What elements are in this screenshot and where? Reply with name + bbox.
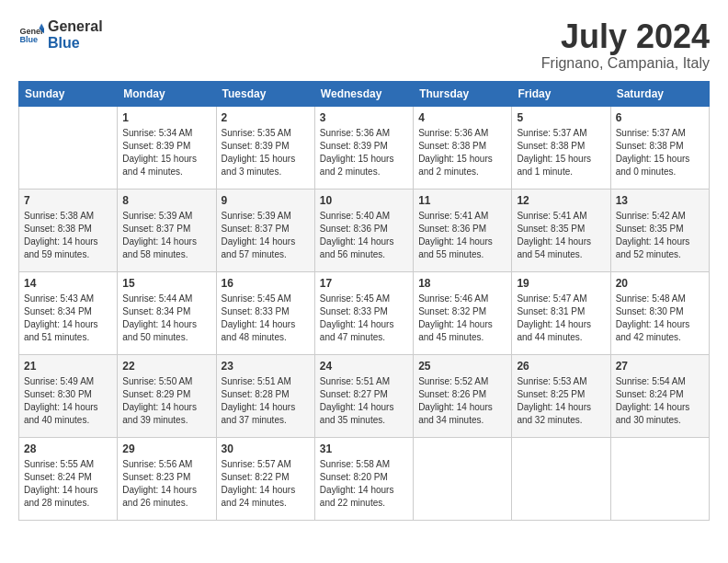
calendar-week-row: 28Sunrise: 5:55 AM Sunset: 8:24 PM Dayli…	[19, 437, 710, 520]
svg-text:Blue: Blue	[19, 35, 38, 44]
day-number: 28	[24, 442, 112, 457]
day-number: 5	[517, 110, 605, 126]
day-number: 26	[517, 359, 605, 374]
day-number: 18	[418, 276, 506, 292]
calendar-cell: 18Sunrise: 5:46 AM Sunset: 8:32 PM Dayli…	[414, 271, 512, 354]
day-info: Sunrise: 5:45 AM Sunset: 8:33 PM Dayligh…	[222, 293, 310, 344]
calendar-week-row: 1Sunrise: 5:34 AM Sunset: 8:39 PM Daylig…	[19, 106, 710, 189]
day-info: Sunrise: 5:37 AM Sunset: 8:38 PM Dayligh…	[517, 127, 605, 178]
day-info: Sunrise: 5:54 AM Sunset: 8:24 PM Dayligh…	[616, 375, 704, 427]
calendar-cell: 6Sunrise: 5:37 AM Sunset: 8:38 PM Daylig…	[610, 106, 709, 189]
logo-blue-text: Blue	[48, 35, 103, 52]
calendar-cell	[610, 437, 709, 520]
day-info: Sunrise: 5:34 AM Sunset: 8:39 PM Dayligh…	[122, 127, 210, 178]
title-area: July 2024 Frignano, Campania, Italy	[541, 18, 710, 72]
day-number: 30	[222, 442, 310, 457]
day-number: 13	[616, 193, 704, 209]
calendar-week-row: 7Sunrise: 5:38 AM Sunset: 8:38 PM Daylig…	[19, 189, 710, 271]
calendar-cell: 31Sunrise: 5:58 AM Sunset: 8:20 PM Dayli…	[314, 437, 413, 520]
day-number: 14	[24, 276, 112, 292]
calendar-cell: 10Sunrise: 5:40 AM Sunset: 8:36 PM Dayli…	[314, 189, 413, 271]
day-info: Sunrise: 5:45 AM Sunset: 8:33 PM Dayligh…	[320, 293, 408, 344]
month-title: July 2024	[541, 18, 710, 55]
day-info: Sunrise: 5:55 AM Sunset: 8:24 PM Dayligh…	[24, 458, 112, 510]
day-number: 6	[616, 110, 704, 126]
calendar-cell	[19, 106, 118, 189]
calendar-cell: 1Sunrise: 5:34 AM Sunset: 8:39 PM Daylig…	[118, 106, 216, 189]
day-info: Sunrise: 5:58 AM Sunset: 8:20 PM Dayligh…	[320, 458, 408, 510]
day-info: Sunrise: 5:41 AM Sunset: 8:36 PM Dayligh…	[418, 210, 506, 261]
day-info: Sunrise: 5:42 AM Sunset: 8:35 PM Dayligh…	[616, 210, 704, 261]
calendar-cell: 15Sunrise: 5:44 AM Sunset: 8:34 PM Dayli…	[118, 271, 216, 354]
day-info: Sunrise: 5:53 AM Sunset: 8:25 PM Dayligh…	[517, 375, 605, 427]
day-info: Sunrise: 5:50 AM Sunset: 8:29 PM Dayligh…	[122, 375, 210, 427]
calendar-cell: 30Sunrise: 5:57 AM Sunset: 8:22 PM Dayli…	[216, 437, 314, 520]
header-day-saturday: Saturday	[610, 81, 709, 106]
day-info: Sunrise: 5:57 AM Sunset: 8:22 PM Dayligh…	[222, 458, 310, 510]
day-info: Sunrise: 5:39 AM Sunset: 8:37 PM Dayligh…	[222, 210, 310, 261]
calendar-cell: 24Sunrise: 5:51 AM Sunset: 8:27 PM Dayli…	[314, 354, 413, 437]
day-number: 1	[122, 110, 210, 126]
day-number: 17	[320, 276, 408, 292]
calendar-body: 1Sunrise: 5:34 AM Sunset: 8:39 PM Daylig…	[19, 106, 710, 520]
logo: General Blue General Blue	[18, 18, 103, 51]
calendar-cell: 27Sunrise: 5:54 AM Sunset: 8:24 PM Dayli…	[610, 354, 709, 437]
calendar-cell: 21Sunrise: 5:49 AM Sunset: 8:30 PM Dayli…	[19, 354, 118, 437]
day-info: Sunrise: 5:47 AM Sunset: 8:31 PM Dayligh…	[517, 293, 605, 344]
day-number: 23	[222, 359, 310, 374]
calendar-cell: 22Sunrise: 5:50 AM Sunset: 8:29 PM Dayli…	[118, 354, 216, 437]
day-number: 16	[222, 276, 310, 292]
day-number: 22	[122, 359, 210, 374]
calendar-week-row: 14Sunrise: 5:43 AM Sunset: 8:34 PM Dayli…	[19, 271, 710, 354]
logo-general-text: General	[48, 18, 103, 35]
day-number: 25	[418, 359, 506, 374]
day-info: Sunrise: 5:51 AM Sunset: 8:27 PM Dayligh…	[320, 375, 408, 427]
calendar-cell: 28Sunrise: 5:55 AM Sunset: 8:24 PM Dayli…	[19, 437, 118, 520]
day-number: 31	[320, 442, 408, 457]
day-number: 10	[320, 193, 408, 209]
day-number: 12	[517, 193, 605, 209]
day-info: Sunrise: 5:56 AM Sunset: 8:23 PM Dayligh…	[122, 458, 210, 510]
header-day-sunday: Sunday	[19, 81, 118, 106]
day-info: Sunrise: 5:38 AM Sunset: 8:38 PM Dayligh…	[24, 210, 112, 261]
day-info: Sunrise: 5:46 AM Sunset: 8:32 PM Dayligh…	[418, 293, 506, 344]
day-info: Sunrise: 5:36 AM Sunset: 8:38 PM Dayligh…	[418, 127, 506, 178]
calendar-cell: 19Sunrise: 5:47 AM Sunset: 8:31 PM Dayli…	[512, 271, 610, 354]
day-number: 15	[122, 276, 210, 292]
day-number: 21	[24, 359, 112, 374]
day-info: Sunrise: 5:37 AM Sunset: 8:38 PM Dayligh…	[616, 127, 704, 178]
day-number: 3	[320, 110, 408, 126]
day-number: 2	[222, 110, 310, 126]
calendar-cell: 8Sunrise: 5:39 AM Sunset: 8:37 PM Daylig…	[118, 189, 216, 271]
calendar-cell: 14Sunrise: 5:43 AM Sunset: 8:34 PM Dayli…	[19, 271, 118, 354]
calendar-cell: 23Sunrise: 5:51 AM Sunset: 8:28 PM Dayli…	[216, 354, 314, 437]
day-number: 20	[616, 276, 704, 292]
header-day-monday: Monday	[118, 81, 216, 106]
calendar-cell	[512, 437, 610, 520]
day-number: 19	[517, 276, 605, 292]
day-info: Sunrise: 5:49 AM Sunset: 8:30 PM Dayligh…	[24, 375, 112, 427]
day-info: Sunrise: 5:48 AM Sunset: 8:30 PM Dayligh…	[616, 293, 704, 344]
day-number: 7	[24, 193, 112, 209]
day-info: Sunrise: 5:35 AM Sunset: 8:39 PM Dayligh…	[222, 127, 310, 178]
calendar-cell: 12Sunrise: 5:41 AM Sunset: 8:35 PM Dayli…	[512, 189, 610, 271]
calendar-cell: 3Sunrise: 5:36 AM Sunset: 8:39 PM Daylig…	[314, 106, 413, 189]
day-number: 29	[122, 442, 210, 457]
day-info: Sunrise: 5:51 AM Sunset: 8:28 PM Dayligh…	[222, 375, 310, 427]
day-number: 8	[122, 193, 210, 209]
calendar-cell: 20Sunrise: 5:48 AM Sunset: 8:30 PM Dayli…	[610, 271, 709, 354]
day-info: Sunrise: 5:36 AM Sunset: 8:39 PM Dayligh…	[320, 127, 408, 178]
calendar-cell: 13Sunrise: 5:42 AM Sunset: 8:35 PM Dayli…	[610, 189, 709, 271]
calendar-cell: 2Sunrise: 5:35 AM Sunset: 8:39 PM Daylig…	[216, 106, 314, 189]
header-day-wednesday: Wednesday	[314, 81, 413, 106]
calendar-cell: 26Sunrise: 5:53 AM Sunset: 8:25 PM Dayli…	[512, 354, 610, 437]
header-day-tuesday: Tuesday	[216, 81, 314, 106]
page-header: General Blue General Blue July 2024 Frig…	[18, 18, 710, 72]
day-info: Sunrise: 5:39 AM Sunset: 8:37 PM Dayligh…	[122, 210, 210, 261]
calendar-cell: 29Sunrise: 5:56 AM Sunset: 8:23 PM Dayli…	[118, 437, 216, 520]
calendar-cell	[414, 437, 512, 520]
calendar-table: SundayMondayTuesdayWednesdayThursdayFrid…	[18, 81, 710, 521]
calendar-header-row: SundayMondayTuesdayWednesdayThursdayFrid…	[19, 81, 710, 106]
day-number: 4	[418, 110, 506, 126]
calendar-cell: 9Sunrise: 5:39 AM Sunset: 8:37 PM Daylig…	[216, 189, 314, 271]
